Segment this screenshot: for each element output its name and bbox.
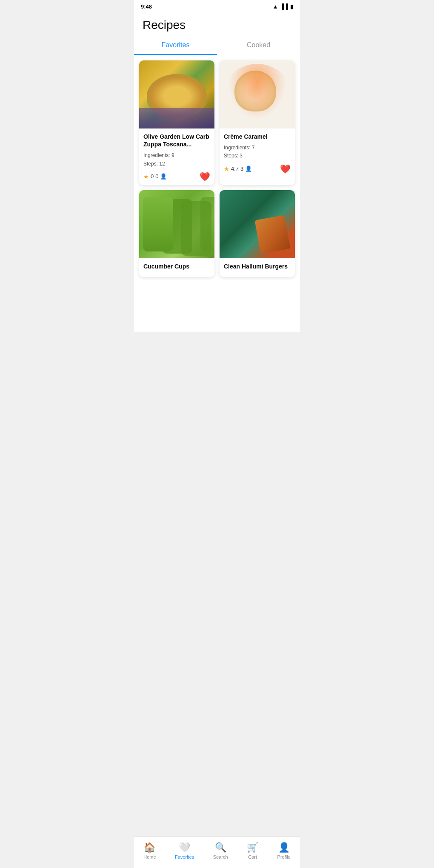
recipe-info-3: Cucumber Cups bbox=[139, 258, 214, 277]
battery-icon: ▮ bbox=[290, 3, 293, 10]
recipe-title-4: Clean Hallumi Burgers bbox=[224, 263, 291, 270]
recipe-footer-1: ★ 0 0 👤 ❤️ bbox=[143, 171, 210, 182]
recipes-grid: Olive Garden Low Carb Zuppa Toscana... I… bbox=[134, 60, 300, 311]
recipe-image-2 bbox=[220, 60, 295, 128]
wifi-icon: ▲ bbox=[273, 3, 278, 10]
person-icon-1: 👤 bbox=[160, 173, 167, 180]
recipe-card-4[interactable]: Clean Hallumi Burgers bbox=[220, 190, 295, 277]
recipe-info-4: Clean Hallumi Burgers bbox=[220, 258, 295, 277]
favorite-button-1[interactable]: ❤️ bbox=[200, 171, 210, 182]
recipe-meta-1: Ingredients: 9 Steps: 12 bbox=[143, 151, 210, 168]
status-time: 9:48 bbox=[141, 3, 152, 10]
app-container: 9:48 ▲ ▐▐ ▮ Recipes Favorites Cooked Oli… bbox=[134, 0, 300, 332]
recipe-info-2: Crème Caramel Ingredients: 7 Steps: 3 ★ … bbox=[220, 128, 295, 177]
recipe-card-3[interactable]: Cucumber Cups bbox=[139, 190, 214, 277]
recipe-rating-2: ★ 4.7 3 👤 bbox=[224, 166, 252, 172]
recipe-card-1[interactable]: Olive Garden Low Carb Zuppa Toscana... I… bbox=[139, 60, 214, 185]
status-icons: ▲ ▐▐ ▮ bbox=[273, 3, 293, 10]
tab-favorites[interactable]: Favorites bbox=[134, 36, 217, 55]
page-title: Recipes bbox=[134, 11, 300, 36]
status-bar: 9:48 ▲ ▐▐ ▮ bbox=[134, 0, 300, 11]
star-icon-1: ★ bbox=[143, 173, 149, 180]
recipe-title-1: Olive Garden Low Carb Zuppa Toscana... bbox=[143, 133, 210, 148]
person-icon-2: 👤 bbox=[245, 166, 252, 172]
recipe-footer-2: ★ 4.7 3 👤 ❤️ bbox=[224, 164, 291, 174]
tabs-container: Favorites Cooked bbox=[134, 36, 300, 55]
recipe-card-2[interactable]: Crème Caramel Ingredients: 7 Steps: 3 ★ … bbox=[220, 60, 295, 185]
favorite-button-2[interactable]: ❤️ bbox=[280, 164, 291, 174]
tab-cooked[interactable]: Cooked bbox=[217, 36, 300, 55]
signal-icon: ▐▐ bbox=[280, 3, 288, 10]
recipe-info-1: Olive Garden Low Carb Zuppa Toscana... I… bbox=[139, 128, 214, 185]
recipe-title-3: Cucumber Cups bbox=[143, 263, 210, 270]
star-icon-2: ★ bbox=[224, 166, 229, 172]
recipe-title-2: Crème Caramel bbox=[224, 133, 291, 140]
recipe-image-3 bbox=[139, 190, 214, 258]
recipe-rating-1: ★ 0 0 👤 bbox=[143, 173, 167, 180]
recipe-image-1 bbox=[139, 60, 214, 128]
recipe-image-4 bbox=[220, 190, 295, 258]
recipe-meta-2: Ingredients: 7 Steps: 3 bbox=[224, 144, 291, 160]
